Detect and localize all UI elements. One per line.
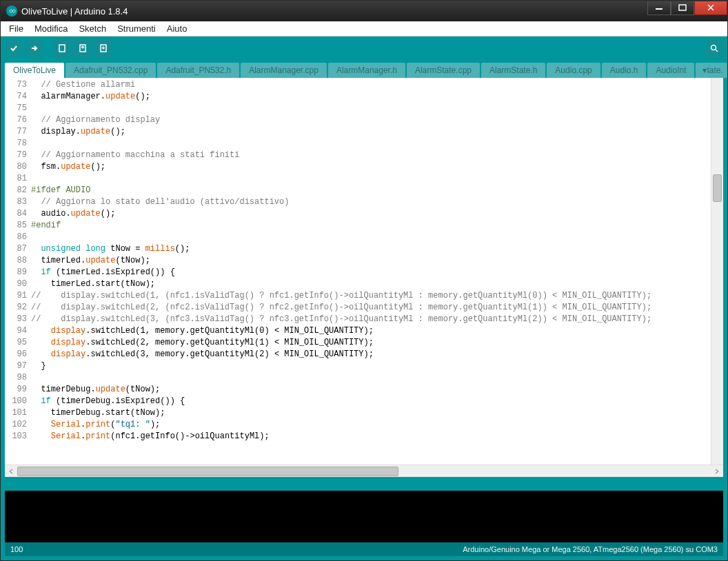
output-console[interactable] [5,491,723,542]
menu-file[interactable]: File [5,22,28,35]
window-title: OliveToLive | Arduino 1.8.4 [21,6,647,17]
tabbar: OliveToLiveAdafruit_PN532.cppAdafruit_PN… [1,60,727,78]
arduino-logo-icon [6,6,17,17]
tab-alarmstate-h[interactable]: AlarmState.h [481,63,545,78]
hscroll-thumb[interactable] [17,467,398,476]
tab-adafruit-pn532-h[interactable]: Adafruit_PN532.h [157,63,239,78]
svg-point-5 [711,45,716,50]
svg-rect-1 [679,5,686,10]
toolbar [1,37,727,60]
hscroll-right-icon[interactable] [711,466,723,477]
editor-frame: 7374757677787980818283848586878889909192… [1,78,727,560]
horizontal-scrollbar[interactable] [5,465,723,477]
tab-olivetolive[interactable]: OliveToLive [5,63,64,78]
svg-rect-2 [59,45,65,52]
tab-audio-cpp[interactable]: Audio.cpp [547,63,600,78]
save-button[interactable] [94,39,112,57]
statusbar: 100 Arduino/Genuino Mega or Mega 2560, A… [5,542,723,556]
line-gutter: 7374757677787980818283848586878889909192… [5,78,31,465]
serial-monitor-button[interactable] [705,39,723,57]
svg-rect-0 [656,8,663,10]
hscroll-left-icon[interactable] [5,466,17,477]
verify-button[interactable] [5,39,23,57]
menubar: File Modifica Sketch Strumenti Aiuto [1,21,727,37]
tab-alarmmanager-cpp[interactable]: AlarmManager.cpp [241,63,327,78]
menu-edit[interactable]: Modifica [30,22,72,35]
menu-sketch[interactable]: Sketch [74,22,110,35]
message-bar [5,477,723,491]
status-line: 100 [10,545,23,553]
titlebar[interactable]: OliveToLive | Arduino 1.8.4 [1,1,727,21]
tab-adafruit-pn532-cpp[interactable]: Adafruit_PN532.cpp [65,63,156,78]
menu-tools[interactable]: Strumenti [113,22,160,35]
upload-button[interactable] [26,39,43,57]
tab-audio-h[interactable]: Audio.h [602,63,647,78]
vscroll-thumb[interactable] [713,174,722,202]
minimize-button[interactable] [647,1,671,15]
open-button[interactable] [74,39,92,57]
maximize-button[interactable] [671,1,694,15]
code-area[interactable]: // Gestione allarmi alarmManager.update(… [31,78,711,465]
code-editor[interactable]: 7374757677787980818283848586878889909192… [5,78,723,465]
status-board: Arduino/Genuino Mega or Mega 2560, ATmeg… [463,545,718,553]
tab-alarmmanager-h[interactable]: AlarmManager.h [328,63,405,78]
vertical-scrollbar[interactable] [711,78,723,465]
close-button[interactable] [694,1,727,15]
tabs-overflow[interactable]: ▾ tate. [696,63,727,78]
app-window: OliveToLive | Arduino 1.8.4 File Modific… [0,0,728,561]
tab-alarmstate-cpp[interactable]: AlarmState.cpp [407,63,480,78]
menu-help[interactable]: Aiuto [163,22,192,35]
new-button[interactable] [53,39,71,57]
window-controls [647,1,727,15]
tab-audioint[interactable]: AudioInt [647,63,694,78]
